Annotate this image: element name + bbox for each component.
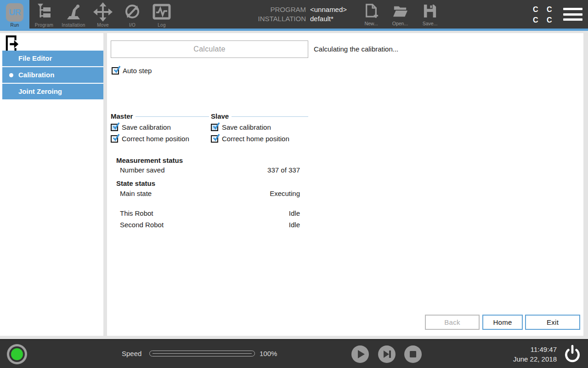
log-monitor-icon <box>152 2 172 24</box>
master-save-calibration-checkbox[interactable] <box>111 124 118 131</box>
tab-io-label: I/O <box>118 23 147 28</box>
slave-section-rule <box>232 116 308 117</box>
calibration-panel: Calculate Calculating the calibration...… <box>107 33 583 336</box>
back-button[interactable]: Back <box>425 315 480 330</box>
move-arrows-icon <box>93 2 113 24</box>
second-robot-label: Second Robot <box>120 221 164 229</box>
date-value: June 22, 2018 <box>513 354 557 364</box>
tab-program-label: Program <box>29 23 59 28</box>
slave-section: Slave Save calibration Correct home posi… <box>211 112 308 143</box>
robot-arm-icon <box>63 2 84 24</box>
footer-bar: Speed 100% 11:49:47 June 22, 2018 <box>0 339 588 368</box>
slave-save-calibration-checkbox[interactable] <box>211 124 218 131</box>
slave-section-title: Slave <box>211 112 229 120</box>
tab-io[interactable]: I/O <box>118 0 147 29</box>
new-button-label: New... <box>358 21 384 26</box>
number-saved-label: Number saved <box>120 166 165 174</box>
auto-step-label: Auto step <box>123 67 152 75</box>
program-name: <unnamed> <box>310 5 347 14</box>
tab-run[interactable]: UR Run <box>0 0 29 29</box>
robot-status-green-light <box>11 348 23 360</box>
master-correct-home-row: Correct home position <box>111 134 209 143</box>
play-icon <box>351 345 369 363</box>
open-button-label: Open... <box>387 21 413 26</box>
clock: 11:49:47 June 22, 2018 <box>513 345 557 364</box>
play-button[interactable] <box>351 345 369 363</box>
new-button[interactable]: New... <box>358 4 384 26</box>
corner-logo: C CC C <box>533 4 555 25</box>
power-button[interactable] <box>563 344 582 366</box>
save-button[interactable]: Save... <box>417 4 443 26</box>
master-correct-home-checkbox[interactable] <box>111 135 118 143</box>
master-section: Master Save calibration Correct home pos… <box>111 112 209 143</box>
open-folder-icon <box>393 12 407 20</box>
master-section-title: Master <box>111 112 133 120</box>
new-file-icon <box>364 12 378 20</box>
this-robot-label: This Robot <box>120 209 153 217</box>
second-robot-value: Idle <box>289 221 300 229</box>
main-state-value: Executing <box>270 190 300 197</box>
stop-icon <box>404 345 422 363</box>
auto-step-checkbox[interactable] <box>112 67 119 75</box>
sidebar-item-calibration[interactable]: Calibration <box>2 67 103 83</box>
installation-name: default* <box>310 14 334 23</box>
sidebar: File Editor Calibration Joint Zeroing <box>0 33 103 336</box>
calibration-status-message: Calculating the calibration... <box>314 45 398 53</box>
slave-correct-home-checkbox[interactable] <box>211 135 218 143</box>
sidebar-item-joint-zeroing[interactable]: Joint Zeroing <box>2 84 103 99</box>
slave-correct-home-row: Correct home position <box>211 134 308 143</box>
content-area: File Editor Calibration Joint Zeroing Ca… <box>0 31 588 339</box>
sidebar-divider <box>103 33 107 336</box>
measurement-status-title: Measurement status <box>116 156 183 164</box>
step-forward-icon <box>378 345 396 363</box>
tab-log-label: Log <box>147 23 176 28</box>
tab-move-label: Move <box>88 23 118 28</box>
tab-run-label: Run <box>0 23 29 28</box>
io-arrows-icon <box>122 2 142 24</box>
tab-move[interactable]: Move <box>88 0 118 29</box>
ur-logo-icon: UR <box>6 3 23 22</box>
loaded-file-info: PROGRAM <unnamed> INSTALLATION default* <box>230 5 347 23</box>
number-saved-row: Number saved 337 of 337 <box>120 166 300 174</box>
number-saved-value: 337 of 337 <box>267 166 300 174</box>
power-icon <box>563 344 582 364</box>
master-section-rule <box>136 116 209 117</box>
save-button-label: Save... <box>417 21 443 26</box>
program-label: PROGRAM <box>230 5 306 14</box>
main-state-row: Main state Executing <box>120 190 300 197</box>
state-status-title: State status <box>116 179 155 187</box>
tab-installation-label: Installation <box>59 23 88 28</box>
save-floppy-icon <box>423 12 437 20</box>
active-item-bullet <box>9 73 13 77</box>
master-save-calibration-row: Save calibration <box>111 123 209 132</box>
hamburger-menu-icon[interactable] <box>563 8 582 21</box>
speed-label: Speed <box>122 350 141 357</box>
sidebar-item-file-editor[interactable]: File Editor <box>2 51 103 66</box>
open-button[interactable]: Open... <box>387 4 413 26</box>
step-forward-button[interactable] <box>378 345 396 363</box>
top-bar: UR Run Program <box>0 0 588 29</box>
speed-slider[interactable] <box>149 351 255 356</box>
slave-save-calibration-row: Save calibration <box>211 123 308 132</box>
tab-log[interactable]: Log <box>147 0 176 29</box>
this-robot-value: Idle <box>289 209 300 217</box>
robot-status-indicator[interactable] <box>7 344 27 364</box>
this-robot-row: This Robot Idle <box>120 209 300 217</box>
program-tree-icon <box>34 2 54 24</box>
main-state-label: Main state <box>120 190 152 197</box>
calculate-button[interactable]: Calculate <box>111 40 308 58</box>
tab-installation[interactable]: Installation <box>59 0 88 29</box>
exit-button[interactable]: Exit <box>525 315 580 330</box>
main-tabs: UR Run Program <box>0 0 176 29</box>
tab-program[interactable]: Program <box>29 0 59 29</box>
time-value: 11:49:47 <box>513 345 557 354</box>
installation-label: INSTALLATION <box>230 14 306 23</box>
auto-step-row: Auto step <box>112 67 152 75</box>
speed-value: 100% <box>260 350 277 357</box>
stop-button[interactable] <box>404 345 422 363</box>
home-button[interactable]: Home <box>482 315 523 330</box>
second-robot-row: Second Robot Idle <box>120 221 300 229</box>
sidebar-menu: File Editor Calibration Joint Zeroing <box>2 51 103 100</box>
